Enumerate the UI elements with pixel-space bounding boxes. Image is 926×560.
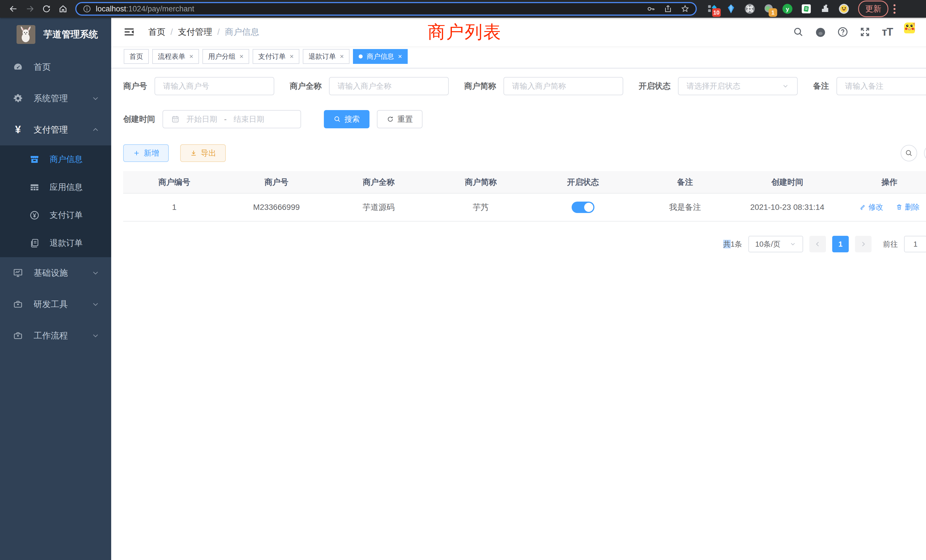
button-label: 导出 [201,148,216,158]
sidebar-item-app-info[interactable]: 应用信息 [0,173,111,201]
page-info-icon[interactable] [83,5,91,13]
sidebar-item-infrastructure[interactable]: 基础设施 [0,257,111,289]
reset-button[interactable]: 重置 [377,110,422,128]
browser-forward-button[interactable] [22,2,38,15]
help-icon[interactable] [837,27,848,37]
browser-profile-avatar[interactable] [838,3,850,15]
tab-pay-order[interactable]: 支付订单× [253,49,300,64]
sidebar-item-pay[interactable]: ¥ 支付管理 [0,114,111,145]
tab-process-form[interactable]: 流程表单× [152,49,199,64]
github-icon[interactable] [815,27,826,37]
trash-icon [896,204,903,210]
prev-page-button[interactable] [809,236,826,252]
toggle-search-button[interactable] [900,145,917,161]
filter-remark: 备注 请输入备注 [813,77,926,95]
sidebar-item-devtools[interactable]: 研发工具 [0,289,111,320]
user-avatar[interactable] [904,23,923,41]
breadcrumb-separator: / [217,27,219,37]
placeholder-text: 请输入商户全称 [337,81,392,91]
close-icon[interactable]: × [239,53,244,60]
delete-link[interactable]: 删除 [896,202,920,212]
close-icon[interactable]: × [290,53,294,60]
link-label: 删除 [905,202,920,212]
extensions-puzzle-icon[interactable] [819,3,831,15]
sidebar-item-home[interactable]: 首页 [0,51,111,83]
remark-input[interactable]: 请输入备注 [837,77,926,95]
next-page-button[interactable] [855,236,872,252]
monitor-chart-icon [12,268,24,278]
chevron-down-icon [92,301,99,308]
sidebar-item-label: 应用信息 [50,182,83,193]
search-button[interactable]: 搜索 [324,110,369,128]
breadcrumb-home[interactable]: 首页 [148,26,165,38]
password-key-icon[interactable] [647,5,655,13]
bookmark-star-icon[interactable] [681,5,689,13]
date-range-picker[interactable]: 开始日期 - 结束日期 [162,110,301,128]
pagination: 共1条 10条/页 1 前往 页 [123,236,926,252]
browser-update-button[interactable]: 更新 [858,1,888,17]
svg-text:y: y [786,6,789,12]
sidebar-logo[interactable]: 芋道管理系统 [0,18,111,51]
sidebar-item-system[interactable]: 系统管理 [0,83,111,114]
edit-link[interactable]: 修改 [859,202,883,212]
sidebar-item-pay-order[interactable]: 支付订单 [0,201,111,229]
full-name-input[interactable]: 请输入商户全称 [329,77,449,95]
button-label: 重置 [398,114,413,124]
add-button[interactable]: 新增 [123,144,169,162]
browser-toolbar: localhost:1024/pay/merchant 10 1 y [0,0,926,18]
navbar-actions: ᴛT [793,23,926,41]
chevron-down-icon [92,95,99,102]
home-icon [59,4,68,14]
sidebar-item-merchant-info[interactable]: 商户信息 [0,145,111,173]
pencil-icon [859,204,866,210]
extension-proxy-icon[interactable]: 1 [763,3,774,15]
browser-reload-button[interactable] [38,2,55,15]
close-icon[interactable]: × [398,53,402,60]
breadcrumb-pay[interactable]: 支付管理 [178,26,212,38]
search-icon[interactable] [793,27,804,37]
sidebar-item-refund-order[interactable]: 退款订单 [0,229,111,257]
chevron-down-icon [92,269,99,277]
yen-icon: ¥ [12,125,24,135]
share-icon[interactable] [664,5,672,13]
short-name-input[interactable]: 请输入商户简称 [504,77,623,95]
refresh-table-button[interactable] [924,145,926,161]
status-select[interactable]: 请选择开启状态 [678,77,798,95]
tab-label: 商户信息 [367,52,394,61]
tab-user-group[interactable]: 用户分组× [203,49,249,64]
extension-command-icon[interactable] [744,3,755,15]
browser-home-button[interactable] [55,2,71,15]
browser-back-button[interactable] [5,2,22,15]
close-icon[interactable]: × [189,53,193,60]
export-button[interactable]: 导出 [180,144,226,162]
placeholder-text: 请输入商户号 [163,81,209,91]
goto-page-input[interactable] [904,236,926,252]
extension-grid-icon[interactable]: 10 [707,3,718,15]
address-bar[interactable]: localhost:1024/pay/merchant [75,2,697,16]
merchant-no-input[interactable]: 请输入商户号 [154,77,274,95]
total-count: 共1条 [723,239,742,249]
browser-menu-button[interactable] [894,4,896,14]
tab-merchant-info[interactable]: 商户信息× [353,49,408,64]
close-icon[interactable]: × [340,53,344,60]
col-merchant-id: 商户编号 [123,171,225,193]
refresh-icon [387,115,394,123]
extension-badge: 10 [712,8,721,17]
cell-short-name: 芋艿 [430,193,532,221]
extension-gem-icon[interactable] [725,3,737,15]
page-1-button[interactable]: 1 [832,236,849,252]
chevron-down-icon [92,332,99,339]
font-size-icon[interactable]: ᴛT [882,26,893,38]
fullscreen-icon[interactable] [859,27,870,37]
page-size-select[interactable]: 10条/页 [748,236,803,252]
extension-notes-icon[interactable] [800,3,812,15]
tab-refund-order[interactable]: 退款订单× [303,49,350,64]
sidebar-fold-icon[interactable] [123,26,135,38]
search-icon [905,149,913,157]
status-toggle[interactable] [572,201,595,213]
extension-y-icon[interactable]: y [782,3,793,15]
tab-home[interactable]: 首页 [124,49,149,64]
filter-short-name: 商户简称 请输入商户简称 [464,77,623,95]
col-merchant-no: 商户号 [225,171,327,193]
sidebar-item-workflow[interactable]: 工作流程 [0,320,111,351]
